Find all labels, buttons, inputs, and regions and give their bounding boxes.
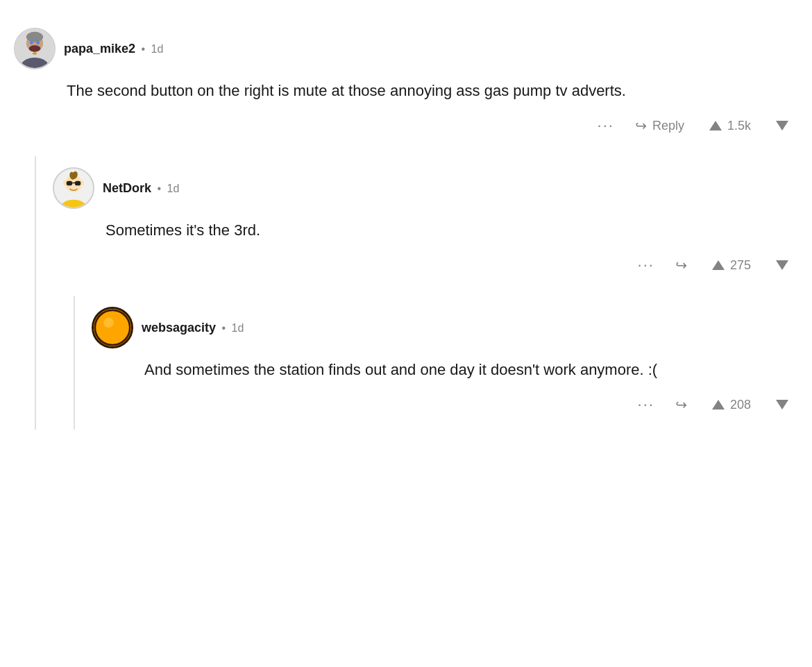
comment-actions-3: ··· ↩ 208 bbox=[142, 394, 798, 416]
svg-rect-7 bbox=[33, 53, 37, 55]
dot-3: • bbox=[222, 322, 226, 334]
more-options-1[interactable]: ··· bbox=[598, 117, 614, 135]
comment-header-2: NetDork • 1d bbox=[53, 167, 798, 209]
dot-1: • bbox=[142, 43, 146, 55]
username-2: NetDork bbox=[103, 181, 151, 195]
upvote-button-1[interactable]: 1.5k bbox=[705, 116, 755, 136]
comment-body-2: Sometimes it's the 3rd. ··· ↩ 275 bbox=[53, 219, 798, 276]
avatar-websagacity bbox=[92, 307, 133, 348]
downvote-icon-3 bbox=[776, 400, 788, 410]
comment-text-1: The second button on the right is mute a… bbox=[64, 79, 798, 102]
username-3: websagacity bbox=[142, 321, 216, 335]
downvote-button-1[interactable] bbox=[772, 118, 793, 133]
reply-icon-2: ↩ bbox=[675, 257, 687, 273]
svg-rect-16 bbox=[75, 181, 81, 186]
username-1: papa_mike2 bbox=[64, 42, 135, 56]
comment-3: websagacity • 1d And sometimes the stati… bbox=[92, 296, 798, 430]
comment-meta-2: NetDork • 1d bbox=[103, 181, 179, 196]
nested-comment-3: websagacity • 1d And sometimes the stati… bbox=[74, 296, 798, 430]
comment-header-3: websagacity • 1d bbox=[92, 307, 798, 348]
svg-point-3 bbox=[26, 32, 43, 42]
avatar-netdork bbox=[53, 167, 94, 209]
svg-point-5 bbox=[36, 41, 40, 44]
upvote-icon-1 bbox=[709, 121, 722, 130]
reply-icon-1: ↩ bbox=[635, 117, 647, 134]
dot-2: • bbox=[157, 183, 161, 194]
reply-button-3[interactable]: ↩ bbox=[671, 394, 691, 416]
downvote-button-2[interactable] bbox=[772, 257, 793, 273]
upvote-icon-2 bbox=[712, 260, 725, 270]
timestamp-2: 1d bbox=[167, 183, 180, 194]
comment-2: NetDork • 1d Sometimes it's the 3rd. ···… bbox=[53, 156, 798, 290]
vote-count-1: 1.5k bbox=[727, 119, 751, 133]
comment-text-3: And sometimes the station finds out and … bbox=[142, 358, 798, 381]
downvote-icon-2 bbox=[776, 260, 788, 270]
comment-1: papa_mike2 • 1d The second button on the… bbox=[14, 17, 798, 151]
downvote-button-3[interactable] bbox=[772, 397, 793, 412]
svg-point-4 bbox=[30, 41, 33, 44]
comment-body-1: The second button on the right is mute a… bbox=[14, 79, 798, 137]
vote-count-2: 275 bbox=[730, 258, 751, 273]
comment-meta-3: websagacity • 1d bbox=[142, 321, 244, 335]
reply-button-1[interactable]: ↩ Reply bbox=[631, 115, 688, 137]
comment-actions-1: ··· ↩ Reply 1.5k bbox=[64, 115, 798, 137]
svg-point-18 bbox=[94, 309, 131, 346]
timestamp-3: 1d bbox=[232, 322, 244, 334]
downvote-icon-1 bbox=[776, 121, 788, 130]
svg-rect-15 bbox=[67, 181, 72, 186]
timestamp-1: 1d bbox=[151, 43, 164, 55]
more-options-3[interactable]: ··· bbox=[638, 396, 654, 414]
upvote-button-3[interactable]: 208 bbox=[708, 395, 755, 415]
nested-comment-2: NetDork • 1d Sometimes it's the 3rd. ···… bbox=[35, 156, 798, 430]
more-options-2[interactable]: ··· bbox=[638, 256, 654, 274]
comment-body-3: And sometimes the station finds out and … bbox=[92, 358, 798, 416]
comment-text-2: Sometimes it's the 3rd. bbox=[103, 219, 798, 242]
comment-header-1: papa_mike2 • 1d bbox=[14, 28, 798, 69]
reply-button-2[interactable]: ↩ bbox=[671, 254, 691, 276]
svg-point-20 bbox=[103, 318, 113, 328]
upvote-button-2[interactable]: 275 bbox=[708, 255, 755, 276]
comment-actions-2: ··· ↩ 275 bbox=[103, 254, 798, 276]
comment-meta-1: papa_mike2 • 1d bbox=[64, 42, 163, 56]
vote-count-3: 208 bbox=[730, 398, 751, 412]
svg-point-6 bbox=[29, 45, 41, 51]
reply-icon-3: ↩ bbox=[675, 396, 687, 413]
upvote-icon-3 bbox=[712, 400, 725, 410]
reply-label-1: Reply bbox=[652, 119, 684, 133]
avatar-papa-mike2 bbox=[14, 28, 56, 69]
